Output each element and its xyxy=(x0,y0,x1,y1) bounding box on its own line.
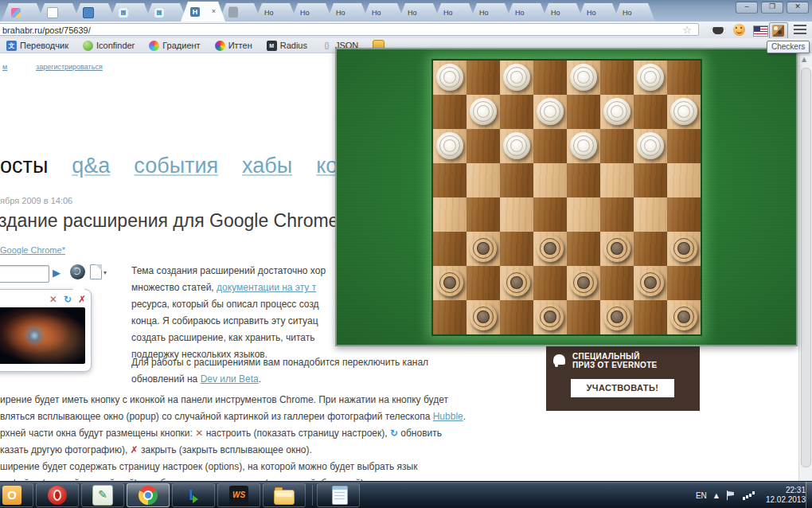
page-scrollbar[interactable]: ▲ xyxy=(798,54,812,481)
board-square[interactable] xyxy=(667,232,701,266)
white-checker-piece[interactable] xyxy=(570,64,597,91)
tab-ho[interactable]: Ho xyxy=(326,3,369,21)
tab-ho[interactable]: Ho xyxy=(506,3,548,21)
white-checker-piece[interactable] xyxy=(603,98,630,125)
tab[interactable] xyxy=(109,3,151,21)
tab-ho[interactable]: Ho xyxy=(255,3,297,21)
tab-ho[interactable]: Ho xyxy=(434,3,476,21)
nav-hubs[interactable]: хабы xyxy=(242,154,292,178)
board-square[interactable] xyxy=(567,163,600,197)
board-square[interactable] xyxy=(533,197,567,232)
board-square[interactable] xyxy=(433,232,467,266)
black-checker-piece[interactable] xyxy=(670,235,697,262)
board-square[interactable] xyxy=(433,163,467,197)
board-square[interactable] xyxy=(634,163,667,197)
board-square[interactable] xyxy=(667,163,701,197)
post-tag-link[interactable]: Google Chrome* xyxy=(0,245,65,255)
white-checker-piece[interactable] xyxy=(503,64,530,91)
board-square[interactable] xyxy=(533,129,567,163)
tab-ho[interactable]: Ho xyxy=(577,3,619,21)
inline-link[interactable]: документации на эту т xyxy=(217,282,316,293)
board-square[interactable] xyxy=(500,300,533,334)
board-square[interactable] xyxy=(600,266,634,300)
board-square[interactable] xyxy=(500,266,533,300)
board-square[interactable] xyxy=(600,232,634,266)
tab-ho[interactable]: Ho xyxy=(470,3,512,21)
network-signal-icon[interactable] xyxy=(743,490,755,500)
bookmark-item[interactable]: Iconfinder xyxy=(83,41,135,51)
board-square[interactable] xyxy=(533,95,567,129)
taskbar-app-chrome[interactable] xyxy=(127,483,170,507)
board-square[interactable] xyxy=(567,197,600,232)
board-square[interactable] xyxy=(634,61,667,95)
register-link[interactable]: зарегистрироваться xyxy=(36,63,103,71)
black-checker-piece[interactable] xyxy=(436,269,463,296)
nav-events[interactable]: события xyxy=(134,154,218,178)
board-square[interactable] xyxy=(567,95,600,129)
mask-extension-icon[interactable] xyxy=(711,27,725,34)
board-square[interactable] xyxy=(634,232,667,266)
tab[interactable] xyxy=(219,3,261,21)
board-square[interactable] xyxy=(600,129,634,163)
board-square[interactable] xyxy=(600,95,634,129)
tab-habr-active[interactable]: H× xyxy=(181,2,225,21)
black-checker-piece[interactable] xyxy=(503,269,530,296)
board-square[interactable] xyxy=(533,61,567,95)
board-square[interactable] xyxy=(667,129,701,163)
tab[interactable] xyxy=(73,3,115,21)
board-square[interactable] xyxy=(433,95,467,129)
white-checker-piece[interactable] xyxy=(637,64,664,91)
board-square[interactable] xyxy=(600,197,634,232)
inline-link[interactable]: Dev или Beta xyxy=(201,373,259,385)
white-checker-piece[interactable] xyxy=(537,98,564,125)
board-square[interactable] xyxy=(667,266,701,300)
board-square[interactable] xyxy=(634,197,667,232)
tab-close-icon[interactable]: × xyxy=(212,8,216,15)
board-square[interactable] xyxy=(433,266,467,300)
board-square[interactable] xyxy=(634,95,667,129)
board-square[interactable] xyxy=(567,300,600,334)
checkers-extension-button[interactable] xyxy=(769,22,788,40)
board-square[interactable] xyxy=(533,266,567,300)
tab[interactable] xyxy=(37,3,80,21)
board-square[interactable] xyxy=(600,163,634,197)
board-square[interactable] xyxy=(667,300,701,334)
black-checker-piece[interactable] xyxy=(570,269,597,296)
board-square[interactable] xyxy=(433,129,467,163)
board-square[interactable] xyxy=(533,163,567,197)
board-square[interactable] xyxy=(467,95,500,129)
board-square[interactable] xyxy=(600,300,634,334)
smiley-extension-icon[interactable] xyxy=(733,24,745,36)
board-square[interactable] xyxy=(667,61,701,95)
taskbar-app-opera[interactable] xyxy=(36,483,79,507)
taskbar-app-editor[interactable]: ✎ xyxy=(81,483,124,507)
bookmark-item[interactable]: MRadius xyxy=(267,41,307,51)
tab-ho[interactable]: Ho xyxy=(398,3,440,21)
black-checker-piece[interactable] xyxy=(603,303,630,330)
tab[interactable] xyxy=(2,3,44,21)
nav-qa[interactable]: q&a xyxy=(72,154,110,178)
us-flag-extension-icon[interactable] xyxy=(753,25,768,37)
board-square[interactable] xyxy=(567,129,600,163)
white-checker-piece[interactable] xyxy=(436,64,463,91)
board-square[interactable] xyxy=(533,300,567,334)
board-square[interactable] xyxy=(433,300,467,334)
close-button[interactable]: ✕ xyxy=(787,2,809,14)
restore-button[interactable]: ❐ xyxy=(761,2,783,14)
board-square[interactable] xyxy=(467,129,500,163)
scrollbar-thumb[interactable] xyxy=(801,68,811,467)
white-checker-piece[interactable] xyxy=(436,132,463,159)
address-bar[interactable]: brahabr.ru/post/75639/ ☆ xyxy=(0,23,699,36)
tab-ho[interactable]: Ho xyxy=(613,3,655,21)
black-checker-piece[interactable] xyxy=(670,303,697,330)
tray-up-arrow-icon[interactable]: ▲ xyxy=(714,492,719,499)
board-square[interactable] xyxy=(500,163,533,197)
board-square[interactable] xyxy=(500,95,533,129)
taskbar-app-notepad[interactable] xyxy=(317,483,360,507)
taskbar-app-outlook[interactable]: O xyxy=(0,483,33,507)
board-square[interactable] xyxy=(500,232,533,266)
board-square[interactable] xyxy=(667,95,701,129)
chrome-menu-icon[interactable] xyxy=(794,25,806,35)
inline-link[interactable]: Hubble xyxy=(433,411,463,422)
bookmark-item[interactable]: 文Переводчик xyxy=(6,41,68,51)
